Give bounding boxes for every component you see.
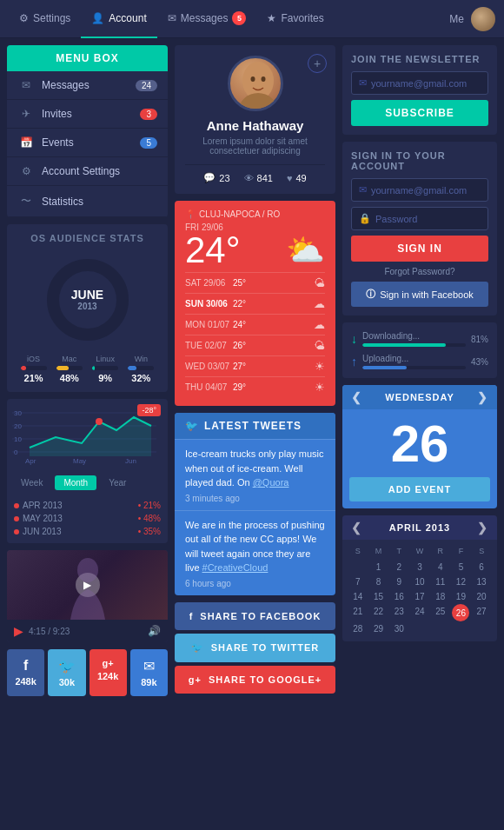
- nav-messages[interactable]: ✉ Messages 5: [157, 0, 257, 38]
- cal-day-10[interactable]: 10: [409, 574, 430, 589]
- cal-prev-button[interactable]: ❮: [351, 521, 362, 535]
- menu-item-messages[interactable]: ✉ Messages 24: [7, 71, 168, 100]
- cal-day-12[interactable]: 12: [451, 574, 472, 589]
- cal-day-19[interactable]: 19: [451, 589, 472, 604]
- profile-add-button[interactable]: +: [308, 54, 327, 73]
- add-event-button[interactable]: ADD EVENT: [349, 477, 490, 501]
- donut-label: JUNE 2013: [71, 288, 103, 313]
- cal-day-20[interactable]: 20: [471, 589, 492, 604]
- messages-icon: ✉: [168, 12, 176, 24]
- cal-day-22[interactable]: 22: [368, 604, 389, 621]
- subscribe-button[interactable]: SUBSCRIBE: [351, 100, 488, 126]
- svg-point-18: [77, 558, 98, 582]
- menu-item-events[interactable]: 📅 Events 5: [7, 129, 168, 157]
- messages-badge: 5: [232, 11, 246, 25]
- cal-day-18[interactable]: 18: [430, 589, 451, 604]
- right-column: JOIN THE NEWSLETTER ✉ yourname@gmail.com…: [342, 45, 497, 696]
- tweet-time-2: 6 hours ago: [185, 579, 325, 588]
- nav-settings[interactable]: ⚙ Settings: [9, 0, 81, 38]
- cal-day-25[interactable]: 25: [430, 604, 451, 621]
- tweet-link-creativecloud[interactable]: #CreativeCloud: [202, 562, 269, 573]
- menu-item-events-label: Events: [42, 136, 74, 149]
- cal-day-5[interactable]: 5: [451, 560, 472, 574]
- chart-btn-week[interactable]: Week: [12, 475, 51, 490]
- events-count: 5: [140, 137, 157, 149]
- twitter-count: 30k: [59, 677, 75, 687]
- nav-account[interactable]: 👤 Account: [81, 0, 156, 38]
- twitter-social-button[interactable]: 🐦 30k: [48, 649, 85, 696]
- cal-next-button[interactable]: ❯: [477, 521, 488, 535]
- cal-day-6[interactable]: 6: [471, 560, 492, 574]
- cal-day-15[interactable]: 15: [368, 589, 389, 604]
- cal-day-28[interactable]: 28: [348, 621, 368, 636]
- cal-day-23[interactable]: 23: [388, 604, 409, 621]
- cal-day-9[interactable]: 9: [388, 574, 409, 589]
- twitter-icon: 🐦: [58, 658, 76, 674]
- signin-email-field[interactable]: ✉ yourname@gmail.com: [351, 178, 488, 202]
- os-stats: OS AUDIENCE STATS JUNE 2013: [7, 224, 168, 392]
- forecast-icon-wed: ☀: [315, 360, 325, 373]
- forgot-password-link[interactable]: Forgot Password?: [351, 267, 488, 276]
- forecast-row-sun: SUN 30/06 22° ☁: [185, 293, 325, 314]
- cal-day-27[interactable]: 27: [471, 604, 492, 621]
- legend-may: MAY 2013 • 48%: [14, 512, 161, 525]
- cal-day-17[interactable]: 17: [409, 589, 430, 604]
- forecast-day-sat: SAT 29/06: [185, 278, 233, 288]
- newsletter-email-display: ✉ yourname@gmail.com: [351, 71, 488, 95]
- cal-day-1[interactable]: 1: [368, 560, 389, 574]
- newsletter-box: JOIN THE NEWSLETTER ✉ yourname@gmail.com…: [342, 45, 497, 135]
- signin-password-placeholder: Password: [375, 214, 417, 224]
- social-buttons: f 248k 🐦 30k g+ 124k ✉ 89k: [7, 649, 168, 696]
- date-widget-day: 26: [342, 409, 497, 477]
- cal-day-13[interactable]: 13: [471, 574, 492, 589]
- menu-item-statistics[interactable]: 〜 Statistics: [7, 186, 168, 217]
- chart-btn-year[interactable]: Year: [100, 475, 135, 490]
- cal-day-8[interactable]: 8: [368, 574, 389, 589]
- forecast-icon-thu: ☀: [315, 381, 325, 394]
- date-next-button[interactable]: ❯: [477, 390, 488, 404]
- download-label: Downloading...: [362, 331, 466, 341]
- facebook-count: 248k: [15, 676, 36, 687]
- facebook-social-button[interactable]: f 248k: [7, 649, 44, 696]
- cal-day-24[interactable]: 24: [409, 604, 430, 621]
- share-googleplus-button[interactable]: g+ SHARE TO GOOGLE+: [175, 666, 335, 694]
- user-menu[interactable]: Me: [442, 13, 471, 25]
- menu-item-invites[interactable]: ✈ Invites 3: [7, 100, 168, 129]
- tweet-link-quora[interactable]: @Quora: [253, 477, 289, 488]
- profile-avatar: [228, 56, 283, 111]
- twitter-bird-icon: 🐦: [185, 420, 199, 432]
- donut-chart: JUNE 2013: [16, 252, 159, 348]
- chart-controls: Week Month Year: [7, 470, 168, 495]
- volume-icon[interactable]: 🔊: [148, 625, 161, 637]
- cal-day-7[interactable]: 7: [348, 574, 368, 589]
- avatar[interactable]: [471, 7, 495, 31]
- cal-day-21[interactable]: 21: [348, 604, 368, 621]
- cal-day-14[interactable]: 14: [348, 589, 368, 604]
- facebook-signin-button[interactable]: ⓘ Sign in with Facebook: [351, 282, 488, 307]
- nav-favorites[interactable]: ★ Favorites: [256, 0, 334, 38]
- cal-day-30[interactable]: 30: [388, 621, 409, 636]
- cal-day-29[interactable]: 29: [368, 621, 389, 636]
- weather-forecast: SAT 29/06 25° 🌤 SUN 30/06 22° ☁ MON 01/0…: [185, 272, 325, 397]
- share-buttons: f SHARE TO FACEBOOK 🐦 SHARE TO TWITTER g…: [175, 602, 335, 694]
- date-prev-button[interactable]: ❮: [351, 390, 362, 404]
- video-play-small[interactable]: ▶: [14, 624, 23, 638]
- signin-button[interactable]: SIGN IN: [351, 236, 488, 262]
- tweet-item-2: We are in the process of pushing out all…: [175, 510, 335, 595]
- chart-btn-month[interactable]: Month: [55, 475, 96, 490]
- signin-password-field[interactable]: 🔒 Password: [351, 207, 488, 230]
- comment-icon: 💬: [203, 172, 216, 183]
- cal-day-26-today[interactable]: 26: [452, 604, 469, 621]
- cal-day-3[interactable]: 3: [409, 560, 430, 574]
- email-social-button[interactable]: ✉ 89k: [130, 649, 168, 696]
- share-twitter-button[interactable]: 🐦 SHARE TO TWITTER: [175, 634, 335, 662]
- download-icon: ↓: [351, 332, 357, 346]
- cal-day-11[interactable]: 11: [430, 574, 451, 589]
- cal-day-4[interactable]: 4: [430, 560, 451, 574]
- cal-day-16[interactable]: 16: [388, 589, 409, 604]
- forecast-icon-sun: ☁: [314, 297, 325, 310]
- cal-day-2[interactable]: 2: [388, 560, 409, 574]
- share-facebook-button[interactable]: f SHARE TO FACEBOOK: [175, 602, 335, 630]
- menu-item-account-settings[interactable]: ⚙ Account Settings: [7, 157, 168, 186]
- googleplus-social-button[interactable]: g+ 124k: [90, 649, 127, 696]
